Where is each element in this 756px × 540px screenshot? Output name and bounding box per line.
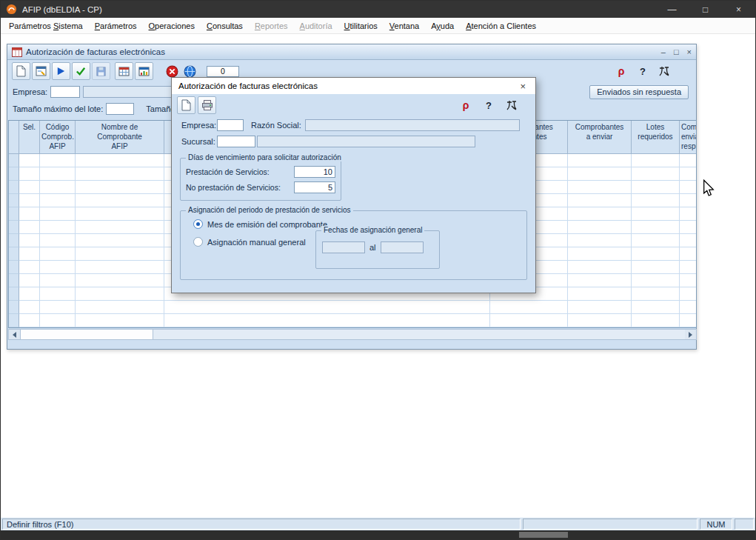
grid-cell[interactable] — [19, 194, 40, 207]
grid-row[interactable] — [9, 301, 696, 314]
menu-item-7[interactable]: Ventana — [384, 19, 425, 33]
dialog-close-button[interactable]: × — [517, 81, 529, 92]
grid-cell[interactable] — [19, 261, 40, 274]
scroll-left-button[interactable] — [9, 330, 20, 339]
grid-cell[interactable] — [568, 274, 632, 287]
grid-cell[interactable] — [76, 247, 164, 261]
grid-cell[interactable] — [568, 194, 632, 207]
asignacion-manual-radio[interactable] — [193, 237, 203, 247]
grid-cell[interactable] — [632, 221, 680, 234]
grid-cell[interactable] — [680, 287, 697, 301]
grid-cell[interactable] — [76, 207, 164, 221]
help-icon[interactable]: ? — [635, 62, 651, 80]
grid-column-header-3[interactable]: Nombre de Comprobante AFIP — [76, 121, 164, 154]
grid-cell[interactable] — [680, 314, 697, 327]
grid-cell[interactable] — [568, 154, 632, 167]
grid-cell[interactable] — [76, 274, 164, 287]
shortcuts-icon[interactable] — [504, 96, 520, 114]
grid-cell[interactable] — [568, 287, 632, 301]
grid-cell[interactable] — [76, 181, 164, 194]
scroll-track[interactable] — [153, 330, 685, 339]
prestacion-field[interactable]: 10 — [294, 166, 335, 178]
grid-cell[interactable] — [632, 154, 680, 167]
grid-cell[interactable] — [490, 314, 568, 327]
child-titlebar[interactable]: Autorización de facturas electrónicas – … — [7, 44, 696, 60]
dialog-print-button[interactable] — [198, 96, 216, 114]
grid-cell[interactable] — [680, 181, 697, 194]
grid-cell[interactable] — [568, 181, 632, 194]
grid-cell[interactable] — [76, 167, 164, 181]
grid-cell[interactable] — [19, 247, 40, 261]
grid-cell[interactable] — [76, 154, 164, 167]
grid-cell[interactable] — [40, 314, 76, 327]
grid-cell[interactable] — [680, 194, 697, 207]
grid-column-header-6[interactable]: Comprobantes a enviar — [568, 121, 632, 154]
dialog-titlebar[interactable]: Autorización de facturas electrónicas × — [172, 78, 535, 94]
grid-cell[interactable] — [568, 301, 632, 314]
grid-cell[interactable] — [164, 314, 490, 327]
sucursal-field[interactable] — [217, 136, 255, 147]
grid-cell[interactable] — [632, 207, 680, 221]
menu-item-2[interactable]: Operaciones — [143, 19, 201, 33]
grid-cell[interactable] — [568, 221, 632, 234]
tamano-maximo-field[interactable] — [106, 103, 134, 115]
grid-cell[interactable] — [680, 154, 697, 167]
grid-cell[interactable] — [76, 194, 164, 207]
grid-cell[interactable] — [568, 234, 632, 247]
enviados-sin-respuesta-button[interactable]: Enviados sin respuesta — [589, 85, 689, 99]
grid-cell[interactable] — [19, 234, 40, 247]
grid-cell[interactable] — [680, 167, 697, 181]
grid-cell[interactable] — [76, 234, 164, 247]
scroll-thumb[interactable] — [20, 330, 153, 339]
grid-row-indicator[interactable] — [9, 314, 19, 327]
lot-counter-field[interactable]: 0 — [207, 66, 239, 77]
grid-cell[interactable] — [680, 274, 697, 287]
grid-row-indicator[interactable] — [9, 181, 19, 194]
mes-emision-radio[interactable] — [193, 219, 203, 229]
grid-column-header-2[interactable]: Código Comprob. AFIP — [40, 121, 76, 154]
grid-cell[interactable] — [19, 274, 40, 287]
properties-button[interactable] — [32, 62, 50, 80]
grid-cell[interactable] — [680, 301, 697, 314]
run-button[interactable] — [52, 62, 70, 80]
grid-cell[interactable] — [680, 221, 697, 234]
grid-cell[interactable] — [40, 221, 76, 234]
grid-cell[interactable] — [632, 274, 680, 287]
new-document-button[interactable] — [12, 62, 30, 80]
grid-cell[interactable] — [40, 181, 76, 194]
grid-cell[interactable] — [632, 247, 680, 261]
grid-column-header-8[interactable]: Comprobantes enviados sin respuesta — [680, 121, 697, 154]
grid-cell[interactable] — [568, 261, 632, 274]
grid-cell[interactable] — [40, 261, 76, 274]
grid-cell[interactable] — [19, 181, 40, 194]
grid-column-header-0[interactable] — [9, 121, 19, 154]
grid-cell[interactable] — [76, 287, 164, 301]
grid-cell[interactable] — [76, 314, 164, 327]
grid-row-indicator[interactable] — [9, 247, 19, 261]
menu-item-3[interactable]: Consultas — [201, 19, 249, 33]
phone-icon[interactable]: ρ — [613, 62, 629, 80]
grid-cell[interactable] — [680, 207, 697, 221]
grid-row-indicator[interactable] — [9, 261, 19, 274]
grid-cell[interactable] — [680, 261, 697, 274]
child-maximize-button[interactable]: □ — [674, 47, 679, 56]
grid-row-indicator[interactable] — [9, 207, 19, 221]
grid-cell[interactable] — [19, 301, 40, 314]
grid-cell[interactable] — [19, 167, 40, 181]
titlebar[interactable]: AFIP (dbELDIA - CP) — □ × — [1, 1, 755, 18]
grid-cell[interactable] — [568, 207, 632, 221]
grid-cell[interactable] — [19, 287, 40, 301]
grid-cell[interactable] — [40, 167, 76, 181]
grid-cell[interactable] — [19, 221, 40, 234]
grid-cell[interactable] — [632, 301, 680, 314]
grid-cell[interactable] — [490, 301, 568, 314]
grid-cell[interactable] — [680, 234, 697, 247]
grid-row-indicator[interactable] — [9, 287, 19, 301]
grid-cell[interactable] — [76, 221, 164, 234]
grid-cell[interactable] — [40, 154, 76, 167]
grid-row-indicator[interactable] — [9, 154, 19, 167]
dialog-new-document-button[interactable] — [177, 96, 195, 114]
grid-cell[interactable] — [632, 234, 680, 247]
confirm-button[interactable] — [72, 62, 90, 80]
grid-cell[interactable] — [40, 247, 76, 261]
